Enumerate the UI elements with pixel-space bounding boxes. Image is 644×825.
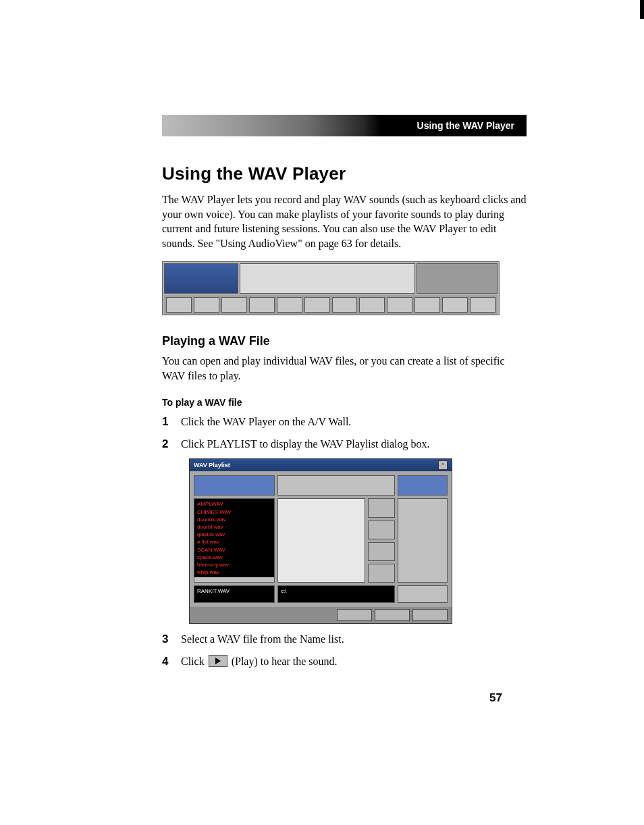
list-item: SCAN.WAV bbox=[197, 546, 271, 554]
action-button bbox=[368, 498, 395, 517]
step-text: Click PLAYLIST to display the WAV Playli… bbox=[181, 437, 527, 452]
action-button bbox=[368, 542, 395, 561]
chapter-header-text: Using the WAV Player bbox=[417, 120, 514, 131]
section-intro: You can open and play individual WAV fil… bbox=[162, 354, 527, 383]
dialog-body: AMPLWAV CHIMES.WAV doodok.wav doorbl.wav… bbox=[190, 471, 452, 607]
screenshot-button bbox=[277, 297, 302, 313]
list-item: harmony.wav bbox=[197, 561, 271, 568]
action-buttons-column bbox=[368, 498, 395, 583]
procedure-steps-continued: 3 Select a WAV file from the Name list. … bbox=[162, 632, 527, 670]
chapter-header-bar: Using the WAV Player bbox=[162, 115, 527, 136]
action-button bbox=[368, 564, 395, 583]
directory-panel bbox=[277, 498, 365, 583]
step-text: Click (Play) to hear the sound. bbox=[181, 654, 527, 669]
dialog-panel bbox=[194, 475, 275, 496]
page-number: 57 bbox=[489, 691, 502, 705]
page-content: Using the WAV Player Using the WAV Playe… bbox=[162, 115, 527, 676]
screenshot-button bbox=[442, 297, 468, 313]
step-item: 3 Select a WAV file from the Name list. bbox=[162, 632, 527, 647]
dialog-panel bbox=[277, 475, 395, 496]
list-item: glaslok.wav bbox=[197, 531, 271, 538]
step-number: 2 bbox=[162, 437, 181, 452]
footer-button bbox=[412, 609, 448, 621]
dialog-panel bbox=[398, 475, 448, 496]
playlist-panel bbox=[398, 498, 448, 583]
list-item: CHIMES.WAV bbox=[197, 508, 271, 516]
step-item: 1 Click the WAV Player on the A/V Wall. bbox=[162, 415, 527, 430]
step-number: 4 bbox=[162, 654, 181, 670]
list-item: whip.wav bbox=[197, 568, 271, 576]
drives-field: c:\ bbox=[277, 585, 395, 603]
list-item: space.wav bbox=[197, 554, 271, 561]
list-item: AMPLWAV bbox=[197, 500, 271, 508]
step-number: 3 bbox=[162, 632, 181, 647]
dialog-panel bbox=[398, 585, 448, 603]
section-heading: Playing a WAV File bbox=[162, 334, 527, 348]
name-list-panel: AMPLWAV CHIMES.WAV doodok.wav doorbl.wav… bbox=[194, 498, 275, 583]
procedure-steps: 1 Click the WAV Player on the A/V Wall. … bbox=[162, 415, 527, 452]
wav-playlist-dialog-screenshot: WAV Playlist × AMPLWAV CHIMES.WAV doodok… bbox=[189, 458, 452, 624]
screenshot-button bbox=[332, 297, 358, 313]
list-item: doodok.wav bbox=[197, 516, 271, 523]
footer-button bbox=[375, 609, 410, 621]
screenshot-button bbox=[249, 297, 275, 313]
screenshot-toolbar bbox=[164, 295, 498, 315]
name-field: RANKIT.WAV bbox=[194, 585, 275, 603]
procedure-heading: To play a WAV file bbox=[162, 397, 527, 408]
file-list: AMPLWAV CHIMES.WAV doodok.wav doorbl.wav… bbox=[194, 499, 274, 577]
list-item: a list.wav bbox=[197, 538, 271, 545]
page-title: Using the WAV Player bbox=[162, 163, 527, 184]
screenshot-button bbox=[387, 297, 412, 313]
wav-player-screenshot bbox=[162, 261, 500, 315]
step4-prefix: Click bbox=[181, 656, 207, 667]
page-edge-mark bbox=[640, 0, 644, 19]
step-text: Select a WAV file from the Name list. bbox=[181, 632, 527, 647]
screenshot-button bbox=[414, 297, 440, 313]
step-item: 4 Click (Play) to hear the sound. bbox=[162, 654, 527, 670]
screenshot-button bbox=[304, 297, 330, 313]
screenshot-region bbox=[240, 263, 415, 293]
screenshot-region bbox=[164, 263, 238, 293]
step-item: 2 Click PLAYLIST to display the WAV Play… bbox=[162, 437, 527, 452]
screenshot-button bbox=[470, 297, 495, 313]
screenshot-button bbox=[221, 297, 247, 313]
screenshot-region bbox=[417, 263, 498, 293]
screenshot-button bbox=[359, 297, 385, 313]
dialog-titlebar: WAV Playlist × bbox=[190, 459, 452, 471]
dialog-title: WAV Playlist bbox=[194, 462, 230, 469]
list-item: doorbl.wav bbox=[197, 523, 271, 531]
step-number: 1 bbox=[162, 415, 181, 430]
footer-button bbox=[337, 609, 372, 621]
step4-suffix: (Play) to hear the sound. bbox=[232, 656, 338, 667]
step-text: Click the WAV Player on the A/V Wall. bbox=[181, 415, 527, 429]
play-icon bbox=[209, 655, 227, 667]
screenshot-button bbox=[194, 297, 219, 313]
dialog-footer bbox=[190, 607, 452, 623]
close-icon: × bbox=[438, 460, 448, 470]
screenshot-button bbox=[166, 297, 192, 313]
action-button bbox=[368, 521, 395, 539]
intro-paragraph: The WAV Player lets you record and play … bbox=[162, 192, 527, 250]
